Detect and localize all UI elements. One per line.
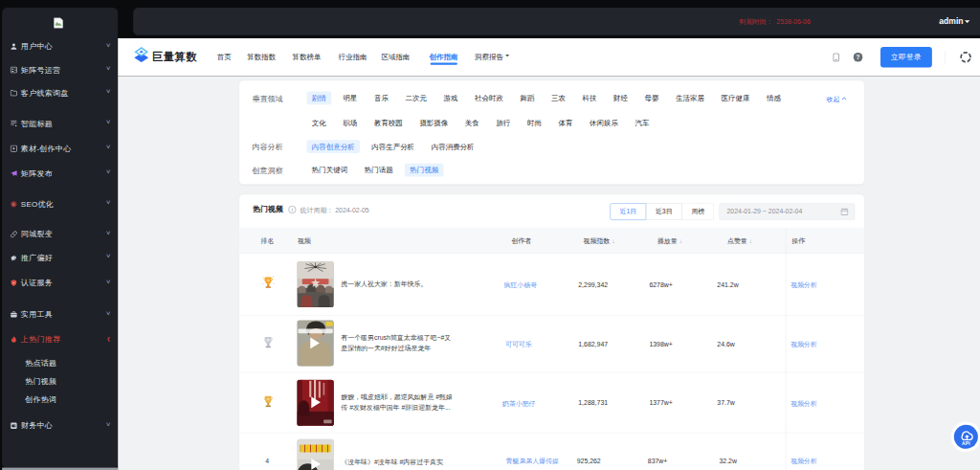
svg-text:S: S bbox=[12, 203, 15, 207]
